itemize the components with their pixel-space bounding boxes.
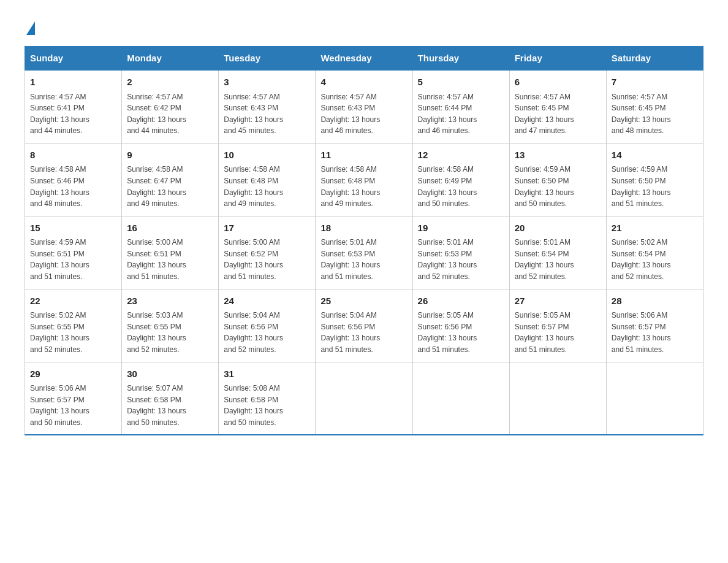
calendar-day-cell: 27 Sunrise: 5:05 AM Sunset: 6:57 PM Dayl… [509, 289, 606, 362]
calendar-day-cell: 29 Sunrise: 5:06 AM Sunset: 6:57 PM Dayl… [25, 362, 122, 435]
day-info: Sunrise: 4:59 AM Sunset: 6:50 PM Dayligh… [515, 164, 601, 209]
calendar-day-cell: 7 Sunrise: 4:57 AM Sunset: 6:45 PM Dayli… [606, 70, 703, 143]
day-number: 13 [515, 148, 601, 163]
day-info: Sunrise: 5:03 AM Sunset: 6:55 PM Dayligh… [127, 310, 213, 355]
day-info: Sunrise: 5:07 AM Sunset: 6:58 PM Dayligh… [127, 383, 213, 428]
day-number: 4 [320, 75, 407, 90]
calendar-day-cell: 24 Sunrise: 5:04 AM Sunset: 6:56 PM Dayl… [219, 289, 316, 362]
calendar-day-cell: 13 Sunrise: 4:59 AM Sunset: 6:50 PM Dayl… [509, 143, 606, 216]
day-info: Sunrise: 5:02 AM Sunset: 6:54 PM Dayligh… [612, 237, 698, 282]
day-of-week-header: Wednesday [316, 47, 412, 71]
day-of-week-header: Monday [122, 47, 219, 71]
day-number: 6 [515, 75, 601, 90]
calendar-day-cell: 14 Sunrise: 4:59 AM Sunset: 6:50 PM Dayl… [606, 143, 703, 216]
calendar-day-cell: 26 Sunrise: 5:05 AM Sunset: 6:56 PM Dayl… [412, 289, 509, 362]
day-number: 22 [30, 294, 116, 308]
day-number: 24 [224, 294, 310, 308]
day-info: Sunrise: 5:04 AM Sunset: 6:56 PM Dayligh… [224, 310, 310, 355]
day-number: 31 [224, 367, 310, 381]
calendar-day-cell: 5 Sunrise: 4:57 AM Sunset: 6:44 PM Dayli… [412, 70, 509, 143]
calendar-table: SundayMondayTuesdayWednesdayThursdayFrid… [25, 46, 703, 435]
calendar-day-cell: 17 Sunrise: 5:00 AM Sunset: 6:52 PM Dayl… [219, 216, 316, 289]
day-number: 19 [418, 221, 504, 236]
day-number: 8 [30, 148, 116, 163]
calendar-week-row: 29 Sunrise: 5:06 AM Sunset: 6:57 PM Dayl… [25, 362, 703, 435]
logo [25, 18, 35, 34]
day-info: Sunrise: 5:05 AM Sunset: 6:57 PM Dayligh… [515, 310, 601, 355]
calendar-day-cell: 11 Sunrise: 4:58 AM Sunset: 6:48 PM Dayl… [316, 143, 412, 216]
day-info: Sunrise: 5:01 AM Sunset: 6:53 PM Dayligh… [418, 237, 504, 282]
day-info: Sunrise: 5:00 AM Sunset: 6:51 PM Dayligh… [127, 237, 213, 282]
calendar-day-cell: 20 Sunrise: 5:01 AM Sunset: 6:54 PM Dayl… [509, 216, 606, 289]
day-info: Sunrise: 4:57 AM Sunset: 6:43 PM Dayligh… [320, 91, 407, 137]
calendar-day-cell: 28 Sunrise: 5:06 AM Sunset: 6:57 PM Dayl… [606, 289, 703, 362]
calendar-header-row: SundayMondayTuesdayWednesdayThursdayFrid… [25, 47, 703, 71]
calendar-day-cell: 31 Sunrise: 5:08 AM Sunset: 6:58 PM Dayl… [219, 362, 316, 435]
page-header [25, 18, 703, 34]
day-info: Sunrise: 5:06 AM Sunset: 6:57 PM Dayligh… [30, 383, 116, 428]
day-number: 23 [127, 294, 213, 308]
calendar-day-cell: 15 Sunrise: 4:59 AM Sunset: 6:51 PM Dayl… [25, 216, 122, 289]
logo-triangle-icon [26, 21, 35, 35]
day-of-week-header: Saturday [606, 47, 703, 71]
day-info: Sunrise: 5:08 AM Sunset: 6:58 PM Dayligh… [224, 383, 310, 428]
calendar-day-cell [412, 362, 509, 435]
day-info: Sunrise: 4:57 AM Sunset: 6:41 PM Dayligh… [30, 91, 116, 137]
day-number: 18 [320, 221, 407, 236]
calendar-day-cell: 23 Sunrise: 5:03 AM Sunset: 6:55 PM Dayl… [122, 289, 219, 362]
calendar-day-cell: 2 Sunrise: 4:57 AM Sunset: 6:42 PM Dayli… [122, 70, 219, 143]
day-info: Sunrise: 5:05 AM Sunset: 6:56 PM Dayligh… [418, 310, 504, 355]
calendar-day-cell: 8 Sunrise: 4:58 AM Sunset: 6:46 PM Dayli… [25, 143, 122, 216]
day-info: Sunrise: 5:04 AM Sunset: 6:56 PM Dayligh… [320, 310, 407, 355]
calendar-day-cell: 12 Sunrise: 4:58 AM Sunset: 6:49 PM Dayl… [412, 143, 509, 216]
day-number: 2 [127, 75, 213, 90]
day-info: Sunrise: 4:58 AM Sunset: 6:48 PM Dayligh… [320, 164, 407, 209]
calendar-day-cell: 25 Sunrise: 5:04 AM Sunset: 6:56 PM Dayl… [316, 289, 412, 362]
calendar-day-cell: 4 Sunrise: 4:57 AM Sunset: 6:43 PM Dayli… [316, 70, 412, 143]
day-number: 12 [418, 148, 504, 163]
calendar-day-cell: 6 Sunrise: 4:57 AM Sunset: 6:45 PM Dayli… [509, 70, 606, 143]
day-number: 20 [515, 221, 601, 236]
day-number: 5 [418, 75, 504, 90]
day-of-week-header: Friday [509, 47, 606, 71]
day-number: 26 [418, 294, 504, 308]
day-number: 27 [515, 294, 601, 308]
day-of-week-header: Sunday [25, 47, 122, 71]
calendar-day-cell: 30 Sunrise: 5:07 AM Sunset: 6:58 PM Dayl… [122, 362, 219, 435]
day-info: Sunrise: 4:59 AM Sunset: 6:50 PM Dayligh… [612, 164, 698, 209]
calendar-day-cell [509, 362, 606, 435]
day-info: Sunrise: 4:57 AM Sunset: 6:45 PM Dayligh… [612, 91, 698, 137]
day-number: 14 [612, 148, 698, 163]
day-info: Sunrise: 4:59 AM Sunset: 6:51 PM Dayligh… [30, 237, 116, 282]
day-number: 10 [224, 148, 310, 163]
day-number: 28 [612, 294, 698, 308]
calendar-day-cell: 10 Sunrise: 4:58 AM Sunset: 6:48 PM Dayl… [219, 143, 316, 216]
day-info: Sunrise: 4:57 AM Sunset: 6:42 PM Dayligh… [127, 91, 213, 137]
calendar-week-row: 15 Sunrise: 4:59 AM Sunset: 6:51 PM Dayl… [25, 216, 703, 289]
day-number: 3 [224, 75, 310, 90]
day-info: Sunrise: 4:58 AM Sunset: 6:48 PM Dayligh… [224, 164, 310, 209]
day-info: Sunrise: 4:57 AM Sunset: 6:44 PM Dayligh… [418, 91, 504, 137]
day-info: Sunrise: 5:02 AM Sunset: 6:55 PM Dayligh… [30, 310, 116, 355]
calendar-day-cell: 9 Sunrise: 4:58 AM Sunset: 6:47 PM Dayli… [122, 143, 219, 216]
calendar-week-row: 22 Sunrise: 5:02 AM Sunset: 6:55 PM Dayl… [25, 289, 703, 362]
day-of-week-header: Thursday [412, 47, 509, 71]
day-info: Sunrise: 4:58 AM Sunset: 6:46 PM Dayligh… [30, 164, 116, 209]
calendar-week-row: 8 Sunrise: 4:58 AM Sunset: 6:46 PM Dayli… [25, 143, 703, 216]
day-info: Sunrise: 4:57 AM Sunset: 6:45 PM Dayligh… [515, 91, 601, 137]
day-number: 15 [30, 221, 116, 236]
day-of-week-header: Tuesday [219, 47, 316, 71]
calendar-day-cell: 22 Sunrise: 5:02 AM Sunset: 6:55 PM Dayl… [25, 289, 122, 362]
day-number: 7 [612, 75, 698, 90]
calendar-week-row: 1 Sunrise: 4:57 AM Sunset: 6:41 PM Dayli… [25, 70, 703, 143]
day-info: Sunrise: 5:00 AM Sunset: 6:52 PM Dayligh… [224, 237, 310, 282]
calendar-day-cell: 21 Sunrise: 5:02 AM Sunset: 6:54 PM Dayl… [606, 216, 703, 289]
day-number: 9 [127, 148, 213, 163]
day-number: 17 [224, 221, 310, 236]
day-info: Sunrise: 5:01 AM Sunset: 6:54 PM Dayligh… [515, 237, 601, 282]
day-number: 21 [612, 221, 698, 236]
calendar-day-cell: 3 Sunrise: 4:57 AM Sunset: 6:43 PM Dayli… [219, 70, 316, 143]
calendar-day-cell: 19 Sunrise: 5:01 AM Sunset: 6:53 PM Dayl… [412, 216, 509, 289]
calendar-day-cell: 1 Sunrise: 4:57 AM Sunset: 6:41 PM Dayli… [25, 70, 122, 143]
day-number: 11 [320, 148, 407, 163]
